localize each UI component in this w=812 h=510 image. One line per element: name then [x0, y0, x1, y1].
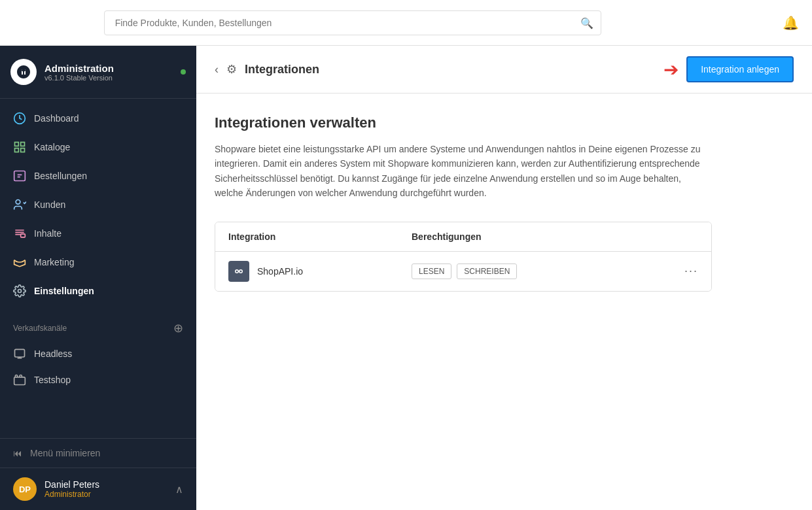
bestellungen-icon	[13, 169, 26, 182]
sidebar-item-label: Einstellungen	[34, 286, 94, 296]
svg-point-7	[16, 200, 20, 205]
page-content-area: Integrationen verwalten Shopware bietet …	[196, 94, 812, 510]
user-name: Daniel Peters	[44, 479, 99, 490]
permissions-list: LESEN SCHREIBEN	[412, 264, 684, 279]
search-container: 🔍	[104, 10, 601, 35]
sidebar-item-label: Inhalte	[34, 228, 62, 239]
notification-bell-icon[interactable]: 🔔	[783, 15, 799, 31]
main-content: ‹ ⚙ Integrationen ➔ Integration anlegen …	[196, 46, 812, 510]
sales-channels-label: Verkaufskanäle	[13, 324, 67, 333]
table-header: Integration Berechtigungen	[215, 222, 711, 252]
app-version: v6.1.0 Stable Version	[44, 74, 114, 82]
page-title: Integrationen	[245, 63, 319, 76]
sidebar-item-label: Marketing	[34, 257, 74, 267]
more-options-button[interactable]: ···	[684, 264, 698, 278]
svg-point-12	[236, 269, 239, 273]
svg-point-13	[239, 269, 243, 273]
svg-rect-5	[21, 148, 25, 152]
sidebar-item-inhalte[interactable]: Inhalte	[0, 219, 196, 248]
col-header-permissions: Berechtigungen	[412, 231, 698, 242]
sidebar-item-label: Dashboard	[34, 113, 79, 124]
chevron-up-icon: ∧	[175, 483, 183, 496]
content-description: Shopware bietet eine leistungsstarke API…	[215, 142, 712, 201]
topbar: 🔍 🔔	[0, 0, 812, 46]
sidebar: Administration v6.1.0 Stable Version Das…	[0, 46, 196, 510]
search-icon: 🔍	[580, 16, 593, 29]
main-nav: Dashboard Kataloge Bestellungen Kunden	[0, 99, 196, 311]
arrow-indicator: ➔	[663, 59, 679, 80]
sidebar-item-label: Kataloge	[34, 142, 70, 152]
sidebar-item-label: Headless	[34, 348, 72, 359]
page-header: ‹ ⚙ Integrationen ➔ Integration anlegen	[196, 46, 812, 94]
svg-rect-10	[15, 349, 25, 357]
user-info: Daniel Peters Administrator	[44, 479, 99, 499]
sidebar-item-bestellungen[interactable]: Bestellungen	[0, 162, 196, 190]
minimize-menu-button[interactable]: ⏮ Menü minimieren	[0, 439, 196, 468]
minimize-label: Menü minimieren	[30, 448, 100, 458]
kunden-icon	[13, 198, 26, 211]
avatar: DP	[13, 477, 37, 501]
einstellungen-icon	[13, 284, 26, 298]
main-layout: Administration v6.1.0 Stable Version Das…	[0, 46, 812, 510]
topbar-right: 🔔	[783, 15, 799, 31]
header-actions: ➔ Integration anlegen	[663, 56, 794, 82]
app-info: Administration v6.1.0 Stable Version	[44, 63, 114, 82]
table-row: ShopAPI.io LESEN SCHREIBEN ···	[215, 252, 711, 291]
sidebar-item-kunden[interactable]: Kunden	[0, 190, 196, 219]
permission-write: SCHREIBEN	[457, 264, 517, 279]
sidebar-header: Administration v6.1.0 Stable Version	[0, 46, 196, 99]
integration-icon	[228, 261, 249, 282]
sidebar-bottom: ⏮ Menü minimieren DP Daniel Peters Admin…	[0, 438, 196, 510]
headless-icon	[13, 347, 26, 360]
sidebar-item-dashboard[interactable]: Dashboard	[0, 104, 196, 133]
sidebar-item-label: Kunden	[34, 199, 65, 210]
integration-name: ShopAPI.io	[257, 266, 412, 277]
svg-rect-4	[15, 148, 19, 152]
inhalte-icon	[13, 227, 26, 240]
integrations-table: Integration Berechtigungen ShopAPI.io LE…	[215, 222, 712, 292]
col-header-integration: Integration	[228, 231, 412, 242]
app-title: Administration	[44, 63, 114, 74]
search-input[interactable]	[104, 10, 601, 35]
testshop-icon	[13, 373, 26, 386]
app-logo	[10, 59, 37, 85]
content-title: Integrationen verwalten	[215, 114, 794, 131]
sidebar-item-einstellungen[interactable]: Einstellungen	[0, 277, 196, 305]
minimize-icon: ⏮	[13, 448, 22, 458]
sidebar-item-kataloge[interactable]: Kataloge	[0, 133, 196, 162]
settings-icon[interactable]: ⚙	[226, 62, 237, 76]
svg-rect-6	[14, 171, 26, 181]
svg-rect-2	[15, 143, 19, 146]
sidebar-item-label: Testshop	[34, 375, 71, 385]
svg-rect-8	[21, 234, 26, 237]
sidebar-item-headless[interactable]: Headless	[0, 341, 196, 367]
svg-rect-11	[14, 377, 26, 385]
dashboard-icon	[13, 112, 26, 125]
permission-read: LESEN	[412, 264, 451, 279]
marketing-icon	[13, 256, 26, 269]
sidebar-item-marketing[interactable]: Marketing	[0, 248, 196, 277]
add-sales-channel-icon[interactable]: ⊕	[173, 321, 183, 335]
user-role: Administrator	[44, 490, 99, 499]
status-indicator	[181, 69, 186, 75]
sales-channels-section: Verkaufskanäle ⊕	[0, 311, 196, 341]
kataloge-icon	[13, 141, 26, 154]
sidebar-item-label: Bestellungen	[34, 171, 87, 181]
user-section[interactable]: DP Daniel Peters Administrator ∧	[0, 468, 196, 510]
svg-rect-3	[21, 143, 25, 146]
sidebar-item-testshop[interactable]: Testshop	[0, 367, 196, 393]
svg-point-9	[18, 290, 22, 293]
back-button[interactable]: ‹	[215, 63, 219, 76]
create-integration-button[interactable]: Integration anlegen	[686, 56, 794, 82]
